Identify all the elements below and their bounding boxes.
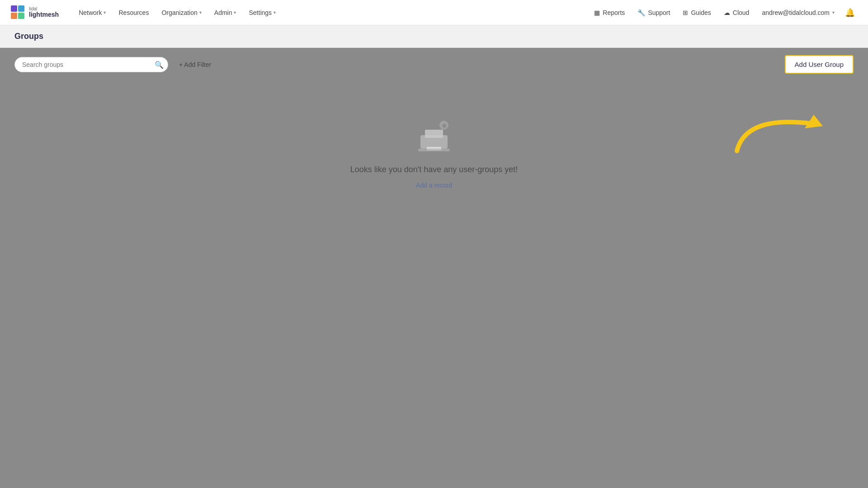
logo-text: tidal lightmesh [29,6,59,18]
navbar: tidal lightmesh Network ▾ Resources Orga… [0,0,868,25]
nav-support[interactable]: 🔧 Support [633,6,675,19]
add-filter-button[interactable]: + Add Filter [174,57,217,72]
nav-admin[interactable]: Admin ▾ [209,5,242,20]
nav-organization[interactable]: Organization ▾ [156,5,207,20]
user-email: andrew@tidalcloud.com [762,9,830,16]
nav-items: Network ▾ Resources Organization ▾ Admin… [73,5,590,20]
add-user-group-button[interactable]: Add User Group [785,55,854,74]
search-wrapper: 🔍 [14,57,168,72]
cloud-icon: ☁ [724,9,730,16]
chevron-down-icon: ▾ [104,10,106,15]
chevron-down-icon: ▾ [832,10,835,15]
svg-rect-3 [18,13,24,19]
nav-cloud[interactable]: ☁ Cloud [719,6,754,19]
logo-icon [11,5,25,20]
notification-bell[interactable]: 🔔 [843,5,857,20]
nav-resources[interactable]: Resources [113,5,154,20]
svg-rect-2 [11,13,17,19]
svg-rect-1 [18,5,24,12]
empty-state: ⊕ Looks like you don't have any user-gro… [350,117,518,189]
nav-settings[interactable]: Settings ▾ [243,5,281,20]
add-record-link[interactable]: Add a record [416,182,452,189]
wrench-icon: 🔧 [637,9,645,16]
search-icon[interactable]: 🔍 [155,60,164,69]
empty-state-message: Looks like you don't have any user-group… [350,165,518,174]
logo[interactable]: tidal lightmesh [11,5,59,20]
page-title: Groups [14,32,43,41]
nav-right: ▦ Reports 🔧 Support ⊞ Guides ☁ Cloud and… [590,5,857,20]
svg-rect-0 [11,5,17,12]
chevron-down-icon: ▾ [274,10,276,15]
search-input[interactable] [14,57,168,72]
chevron-down-icon: ▾ [234,10,236,15]
empty-illustration: ⊕ [411,117,457,158]
empty-state-container: ⊕ Looks like you don't have any user-gro… [0,81,868,225]
logo-lightmesh: lightmesh [29,11,59,18]
nav-network[interactable]: Network ▾ [73,5,111,20]
nav-guides[interactable]: ⊞ Guides [678,6,715,19]
bar-chart-icon: ▦ [594,9,600,16]
svg-rect-10 [418,149,450,151]
svg-rect-8 [425,130,443,138]
chevron-down-icon: ▾ [199,10,202,15]
toolbar: 🔍 + Add Filter Add User Group [0,48,868,81]
svg-text:⊕: ⊕ [442,122,447,129]
nav-reports[interactable]: ▦ Reports [590,6,629,19]
book-icon: ⊞ [683,9,688,16]
page-header: Groups [0,25,868,48]
bell-icon: 🔔 [845,8,855,18]
user-menu[interactable]: andrew@tidalcloud.com ▾ [757,6,839,19]
